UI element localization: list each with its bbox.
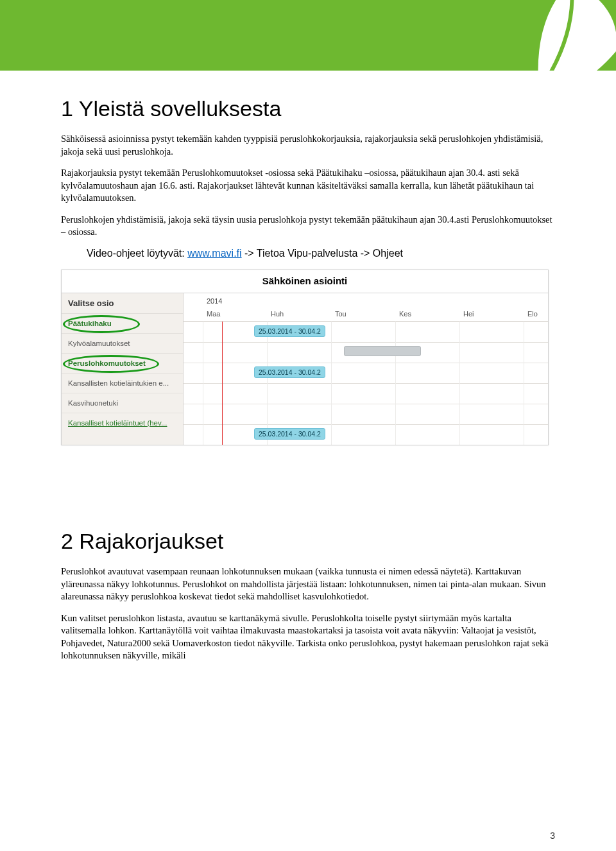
month-label: Hei: [463, 310, 474, 318]
timeline-months: Maa Huh Tou Kes Hei Elo: [184, 309, 548, 322]
timeline-row: [184, 424, 548, 445]
month-label: Maa: [207, 310, 220, 318]
sidebar-row-paatukihaku[interactable]: Päätukihaku: [62, 313, 183, 333]
sidebar-row-kasvihuone[interactable]: Kasvihuonetuki: [62, 393, 183, 413]
timeline-bar[interactable]: [344, 346, 421, 356]
screenshot-sidebar: Valitse osio Päätukihaku Kylvöalamuutoks…: [62, 293, 184, 445]
timeline-row: [184, 363, 548, 383]
embedded-screenshot: Sähköinen asiointi Valitse osio Päätukih…: [61, 270, 549, 445]
screenshot-title: Sähköinen asiointi: [62, 270, 548, 293]
sidebar-row-peruslohko[interactable]: Peruslohkomuutokset: [62, 353, 183, 373]
page-content: 1 Yleistä sovelluksesta Sähköisessä asio…: [0, 71, 616, 684]
grid-vline: [331, 322, 332, 445]
section1-paragraph1: Sähköisessä asioinnissa pystyt tekemään …: [61, 133, 555, 158]
screenshot-body: Valitse osio Päätukihaku Kylvöalamuutoks…: [62, 293, 548, 445]
video-prefix: Video-ohjeet löytyvät:: [87, 248, 187, 259]
screenshot-timeline: 2014 Maa Huh Tou Kes Hei Elo: [184, 293, 548, 445]
grid-vline: [459, 322, 460, 445]
sidebar-row-label: Päätukihaku: [68, 320, 112, 327]
section1-paragraph3: Peruslohkojen yhdistämisiä, jakoja sekä …: [61, 214, 555, 239]
sidebar-row-label: Peruslohkomuutokset: [68, 359, 146, 367]
section1-paragraph2: Rajakorjauksia pystyt tekemään Peruslohk…: [61, 167, 555, 205]
header-band: [0, 0, 616, 71]
video-guide-line: Video-ohjeet löytyvät: www.mavi.fi -> Ti…: [87, 248, 555, 259]
section2-paragraph1: Peruslohkot avautuvat vasempaan reunaan …: [61, 565, 555, 603]
timeline-row: [184, 322, 548, 342]
grid-vline-today: [222, 322, 223, 445]
grid-vline: [395, 322, 396, 445]
month-label: Huh: [271, 310, 284, 318]
timeline-tag[interactable]: 25.03.2014 - 30.04.2: [254, 428, 325, 440]
section2-heading: 2 Rajakorjaukset: [61, 529, 555, 554]
section1-heading: 1 Yleistä sovelluksesta: [61, 96, 555, 121]
timeline-year: 2014: [207, 297, 222, 305]
leaf-logo-icon: [507, 0, 616, 71]
timeline-row: [184, 404, 548, 424]
timeline-tag[interactable]: 25.03.2014 - 30.04.2: [254, 366, 325, 378]
sidebar-row-kansalliset-hev[interactable]: Kansalliset kotieläintuet (hev...: [62, 413, 183, 433]
sidebar-row-kansallisten[interactable]: Kansallisten kotieläintukien e...: [62, 373, 183, 393]
video-link[interactable]: www.mavi.fi: [187, 248, 241, 259]
month-label: Elo: [527, 310, 538, 318]
grid-vline: [267, 322, 268, 445]
video-suffix: -> Tietoa Vipu-palvelusta -> Ohjeet: [242, 248, 403, 259]
month-label: Kes: [399, 310, 411, 318]
grid-vline: [524, 322, 524, 445]
sidebar-row-kylvo[interactable]: Kylvöalamuutokset: [62, 333, 183, 353]
section2-paragraph2: Kun valitset peruslohkon listasta, avaut…: [61, 612, 555, 662]
page-number: 3: [550, 830, 555, 841]
sidebar-head: Valitse osio: [62, 293, 183, 313]
month-label: Tou: [335, 310, 346, 318]
timeline-row: [184, 383, 548, 404]
timeline-tag[interactable]: 25.03.2014 - 30.04.2: [254, 325, 325, 337]
grid-vline: [203, 322, 203, 445]
